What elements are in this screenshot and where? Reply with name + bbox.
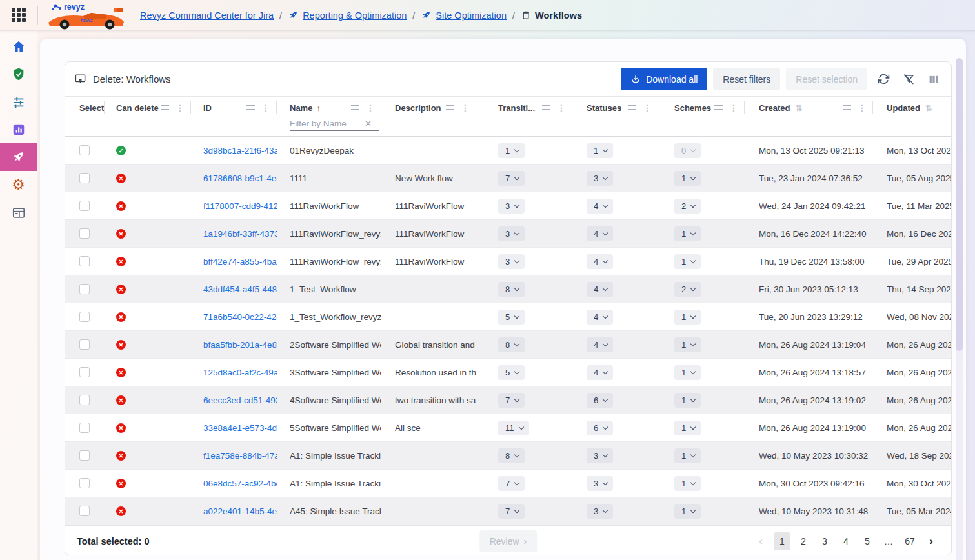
sort-icon[interactable]: ⇅: [925, 103, 932, 113]
sidebar-item-site-optimization[interactable]: [0, 143, 37, 171]
sidebar-item-analytics[interactable]: [0, 115, 37, 143]
statuses-dropdown[interactable]: 3: [587, 171, 613, 186]
pagination-page-67[interactable]: 67: [901, 532, 918, 550]
statuses-dropdown[interactable]: 4: [587, 310, 613, 325]
transitions-dropdown[interactable]: 7: [498, 171, 525, 186]
row-checkbox[interactable]: [79, 395, 90, 405]
column-menu-icon[interactable]: ⋮: [461, 103, 470, 112]
transitions-dropdown[interactable]: 3: [498, 254, 525, 269]
pagination-prev[interactable]: ‹: [752, 532, 769, 550]
statuses-dropdown[interactable]: 1: [587, 143, 613, 158]
schemes-dropdown[interactable]: 1: [674, 448, 701, 463]
transitions-dropdown[interactable]: 7: [498, 393, 525, 408]
statuses-dropdown[interactable]: 6: [587, 393, 613, 408]
column-menu-icon[interactable]: ⋮: [366, 103, 375, 112]
workflow-id-link[interactable]: f1ea758e-884b-47ae-a: [203, 451, 277, 461]
column-header-name[interactable]: Name ↑ ⋮: [277, 97, 381, 119]
statuses-dropdown[interactable]: 4: [587, 199, 613, 214]
filter-lines-icon[interactable]: [628, 105, 636, 110]
row-checkbox[interactable]: [79, 450, 90, 461]
filter-lines-icon[interactable]: [351, 105, 359, 110]
breadcrumb-link-reporting[interactable]: Reporting & Optimization: [303, 10, 407, 21]
schemes-dropdown[interactable]: 1: [674, 504, 701, 519]
filter-lines-icon[interactable]: [161, 105, 169, 110]
clear-filters-button[interactable]: [900, 70, 918, 88]
workflow-id-link[interactable]: 3d98bc1a-21f6-43ad-b: [203, 146, 277, 155]
transitions-dropdown[interactable]: 8: [498, 448, 525, 463]
sidebar-item-security[interactable]: [0, 60, 37, 88]
column-menu-icon[interactable]: ⋮: [858, 103, 867, 112]
row-checkbox[interactable]: [79, 284, 90, 294]
column-header-description[interactable]: Description ⋮: [381, 97, 476, 119]
workflow-id-link[interactable]: 33e8a4e1-e573-4d9c-9: [203, 423, 277, 433]
statuses-dropdown[interactable]: 3: [587, 476, 613, 491]
workflow-id-link[interactable]: bfaa5fbb-201a-4e85-9: [203, 340, 277, 350]
transitions-dropdown[interactable]: 3: [498, 199, 525, 214]
clear-name-filter-icon[interactable]: ✕: [365, 119, 372, 128]
column-header-schemes[interactable]: Schemes ⋮: [658, 97, 745, 119]
breadcrumb-link-home[interactable]: Revyz Command Center for Jira: [140, 10, 274, 21]
transitions-dropdown[interactable]: 8: [498, 337, 525, 352]
column-menu-icon[interactable]: ⋮: [729, 103, 738, 112]
reset-filters-button[interactable]: Reset filters: [713, 68, 780, 90]
pagination-page-3[interactable]: 3: [816, 532, 833, 550]
filter-lines-icon[interactable]: [446, 105, 454, 110]
column-header-created[interactable]: Created ⇅ ⋮: [745, 97, 873, 119]
revyz-logo[interactable]: revyz REVYZ: [47, 1, 126, 30]
sidebar-item-app-window[interactable]: [0, 199, 37, 226]
schemes-dropdown[interactable]: 2: [674, 199, 701, 214]
transitions-dropdown[interactable]: 8: [498, 282, 525, 297]
statuses-dropdown[interactable]: 4: [587, 365, 613, 380]
transitions-dropdown[interactable]: 1: [498, 143, 525, 158]
row-checkbox[interactable]: [79, 201, 90, 211]
breadcrumb-link-site-optimization[interactable]: Site Optimization: [436, 10, 507, 21]
row-checkbox[interactable]: [79, 367, 90, 377]
pagination-page-2[interactable]: 2: [795, 532, 812, 550]
statuses-dropdown[interactable]: 3: [587, 504, 613, 519]
workflow-id-link[interactable]: 61786608-b9c1-4edf-a: [203, 174, 277, 183]
app-switcher-icon[interactable]: [12, 8, 27, 23]
schemes-dropdown[interactable]: 1: [674, 310, 701, 325]
statuses-dropdown[interactable]: 3: [587, 448, 613, 463]
filter-lines-icon[interactable]: [714, 105, 723, 110]
row-checkbox[interactable]: [79, 228, 90, 239]
filter-lines-icon[interactable]: [246, 105, 255, 110]
column-menu-icon[interactable]: ⋮: [643, 103, 652, 112]
schemes-dropdown[interactable]: 1: [674, 421, 701, 435]
column-header-statuses[interactable]: Statuses ⋮: [572, 97, 658, 119]
row-checkbox[interactable]: [79, 506, 90, 516]
schemes-dropdown[interactable]: 0: [674, 143, 701, 158]
schemes-dropdown[interactable]: 2: [674, 282, 701, 297]
pagination-page-1[interactable]: 1: [774, 532, 790, 550]
statuses-dropdown[interactable]: 6: [587, 421, 613, 435]
schemes-dropdown[interactable]: 1: [674, 337, 701, 352]
workflow-id-link[interactable]: bff42e74-a855-4ba7-8: [203, 257, 277, 266]
row-checkbox[interactable]: [79, 256, 90, 266]
pagination-next[interactable]: ›: [923, 532, 940, 550]
schemes-dropdown[interactable]: 1: [674, 171, 701, 186]
scrollbar-thumb[interactable]: [956, 58, 963, 351]
row-checkbox[interactable]: [79, 173, 90, 183]
schemes-dropdown[interactable]: 1: [674, 226, 701, 241]
transitions-dropdown[interactable]: 5: [498, 365, 525, 380]
vertical-scrollbar[interactable]: [956, 58, 963, 560]
column-header-transitions[interactable]: Transiti... ⋮: [476, 97, 572, 119]
review-button[interactable]: Review ›: [479, 530, 538, 552]
schemes-dropdown[interactable]: 1: [674, 393, 701, 408]
transitions-dropdown[interactable]: 7: [498, 476, 525, 491]
row-checkbox[interactable]: [79, 145, 90, 155]
workflow-id-link[interactable]: 6eecc3ed-cd51-4938-8: [203, 395, 277, 405]
columns-button[interactable]: [925, 71, 942, 88]
workflow-id-link[interactable]: 1a1946bf-33ff-4373-8: [203, 229, 277, 239]
workflow-id-link[interactable]: 43ddf454-a4f5-448e-a: [203, 285, 277, 294]
pagination-page-5[interactable]: 5: [859, 532, 876, 550]
statuses-dropdown[interactable]: 4: [587, 226, 613, 241]
workflow-id-link[interactable]: a022e401-14b5-4ee1-a: [203, 506, 277, 516]
column-menu-icon[interactable]: ⋮: [557, 103, 566, 112]
filter-lines-icon[interactable]: [843, 105, 851, 110]
statuses-dropdown[interactable]: 4: [587, 337, 613, 352]
column-header-can-delete[interactable]: Can delete ⋮: [105, 97, 191, 119]
pagination-page-4[interactable]: 4: [838, 532, 854, 550]
row-checkbox[interactable]: [79, 478, 90, 488]
sort-ascending-icon[interactable]: ↑: [316, 103, 321, 113]
